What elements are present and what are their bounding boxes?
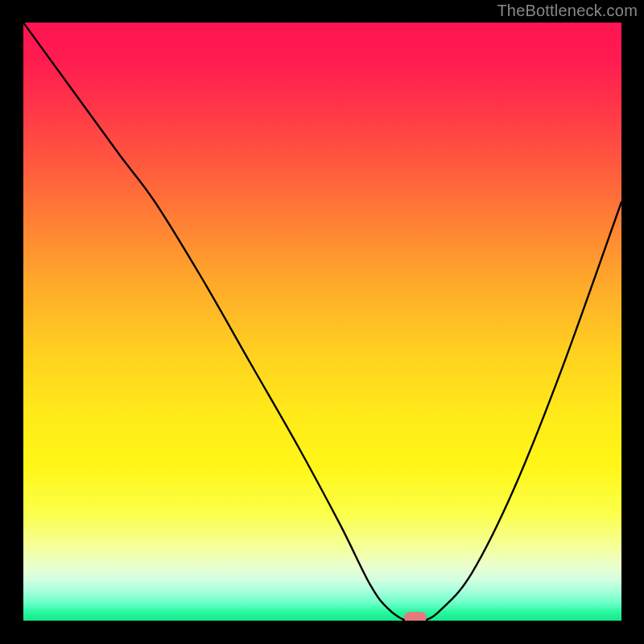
bottleneck-curve	[23, 23, 621, 621]
optimum-marker	[404, 612, 427, 621]
chart-frame: TheBottleneck.com	[0, 0, 644, 644]
plot-area	[23, 23, 621, 621]
watermark-text: TheBottleneck.com	[497, 2, 638, 20]
